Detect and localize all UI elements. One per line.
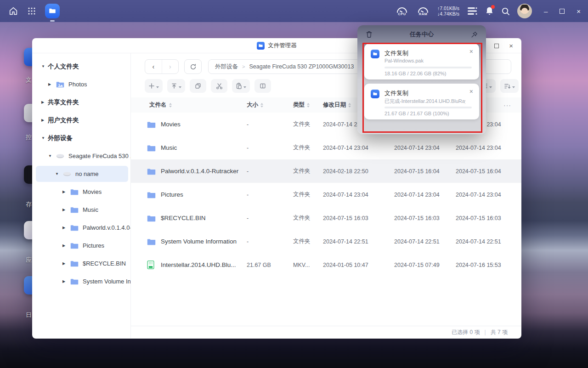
close-task-icon[interactable]: × [469,88,473,95]
caret-right-icon[interactable]: ▶ [62,208,67,212]
file-list: Movies - 文件夹 2024-07-14 23:04 2024-07-14… [131,113,521,277]
window-maximize-button[interactable] [494,44,499,48]
sidebar-item-movies[interactable]: ▶ Movies [32,183,130,201]
task-title: 文件复制 [384,89,408,97]
sort-button[interactable] [500,79,519,93]
new-item-button[interactable] [145,79,163,93]
photos-folder-icon [56,81,64,88]
task-card-copy-2[interactable]: 文件复制 × 已完成-Interstellar.2014.UHD.BluRay.… [364,84,479,119]
column-settings-button[interactable]: ··· [503,97,511,113]
home-icon[interactable] [8,6,18,16]
file-row-pictures[interactable]: Pictures - 文件夹 2024-07-14 23:04 2024-07-… [131,183,521,206]
folder-icon [147,136,156,159]
caret-right-icon[interactable]: ▶ [41,118,46,122]
sidebar-item-no-name[interactable]: ▼ no name [32,165,130,183]
notification-bell-icon[interactable] [485,6,494,16]
status-bar: 已选择 0 项 | 共 7 项 [131,326,521,338]
total-count: 共 7 项 [491,328,508,336]
caret-down-icon[interactable]: ▼ [55,172,60,176]
dropdown-caret-icon [512,86,515,88]
file-row-palworld[interactable]: Palworld.v.0.1.4.0-Rutracker - 文件夹 2024-… [131,159,521,183]
desktop-minimize-button[interactable]: – [544,7,548,15]
notification-badge [491,5,495,9]
caret-right-icon[interactable]: ▶ [48,82,53,86]
column-header-name[interactable]: 文件名 [149,97,172,113]
folder-icon [70,206,79,213]
task-center-popup: 任务中心 文件复制 × Pal-Windows.pak 18.16 GB / 2… [357,25,486,134]
file-row-interstellar[interactable]: Interstellar.2014.UHD.Blu... 21.67 GB MK… [131,253,521,277]
task-card-copy-1[interactable]: 文件复制 × Pal-Windows.pak 18.16 GB / 22.06 … [364,44,479,79]
duplicate-button[interactable] [254,79,271,93]
refresh-button[interactable] [184,59,202,74]
sidebar-item-photos[interactable]: ▶ Photos [32,75,130,93]
file-row-system-volume[interactable]: System Volume Information - 文件夹 2024-07-… [131,230,521,253]
sidebar: ▼ 个人文件夹 ▶ Photos ▶ 共享文件夹 ▶ 用户文件夹 ▼ 外部设备 [32,53,131,338]
task-center-title: 任务中心 [373,30,471,39]
sidebar-item-music[interactable]: ▶ Music [32,201,130,219]
close-task-icon[interactable]: × [469,48,473,55]
selected-count: 已选择 0 项 [452,328,480,336]
sort-icon[interactable] [307,103,310,108]
file-row-recycle-bin[interactable]: $RECYCLE.BIN - 文件夹 2024-07-15 16:03 2024… [131,206,521,230]
user-avatar[interactable] [517,4,532,18]
breadcrumb-item[interactable]: Seagate FireCuda 530 ZP1000GM30013 [249,63,354,70]
cut-button[interactable] [211,79,227,93]
caret-right-icon[interactable]: ▶ [62,243,67,248]
caret-down-icon[interactable]: ▼ [41,64,46,68]
search-icon[interactable] [501,7,510,16]
sidebar-item-external-devices[interactable]: ▼ 外部设备 [32,129,130,147]
network-speed[interactable]: ↑7.01KB/s↓4.74KB/s [437,6,459,17]
sidebar-item-seagate-disk[interactable]: ▼ Seagate FireCuda 530 ZP [32,147,130,165]
sort-icon[interactable] [260,103,263,108]
caret-right-icon[interactable]: ▶ [62,261,67,266]
back-button[interactable]: ‹ [145,60,162,74]
cpu-monitor[interactable]: CPU [395,6,409,16]
sidebar-item-recycle-bin[interactable]: ▶ $RECYCLE.BIN [32,255,130,272]
window-close-button[interactable]: × [509,42,513,49]
file-copy-icon [371,90,379,98]
caret-down-icon[interactable]: ▼ [41,136,46,140]
sidebar-item-palworld[interactable]: ▶ Palworld.v.0.1.4.0-R [32,219,130,237]
sort-icon[interactable] [169,103,172,108]
download-speed: ↓4.74KB/s [437,11,459,17]
progress-bar [384,67,472,68]
column-header-size[interactable]: 大小 [247,97,263,113]
sidebar-item-user-folder[interactable]: ▶ 用户文件夹 [32,111,130,129]
paste-button[interactable] [232,79,250,93]
folder-icon [147,183,156,206]
caret-right-icon[interactable]: ▶ [41,100,46,104]
breadcrumb-separator: > [242,64,245,69]
caret-right-icon[interactable]: ▶ [62,190,67,194]
progress-bar [384,107,472,108]
folder-icon [70,224,79,231]
sidebar-item-system-volume[interactable]: ▶ System Volume Infor [32,272,130,290]
folder-icon [147,206,156,230]
forward-button[interactable]: › [162,60,179,74]
sidebar-item-shared-folder[interactable]: ▶ 共享文件夹 [32,93,130,111]
desktop-maximize-button[interactable] [560,7,565,15]
sidebar-item-pictures[interactable]: ▶ Pictures [32,237,130,255]
app-grid-icon[interactable] [28,7,36,15]
window-title: 文件管理器 [268,42,297,50]
sidebar-item-personal-folder[interactable]: ▼ 个人文件夹 [32,57,130,75]
column-header-modified[interactable]: 修改日期 [323,97,351,113]
clear-tasks-icon[interactable] [366,31,373,38]
breadcrumb-item[interactable]: 外部设备 [215,63,238,71]
task-center-icon[interactable] [467,6,478,16]
file-manager-icon [257,42,265,50]
ram-monitor[interactable]: RAM [416,6,430,16]
pin-icon[interactable] [471,31,478,38]
caret-down-icon[interactable]: ▼ [48,154,53,158]
caret-right-icon[interactable]: ▶ [62,226,67,230]
desktop-close-button[interactable]: × [577,7,581,15]
column-header-type[interactable]: 类型 [293,97,310,113]
folder-icon [70,188,79,195]
sort-icon[interactable] [348,103,351,108]
file-row-music[interactable]: Music - 文件夹 2024-07-14 23:04 2024-07-14 … [131,136,521,159]
file-copy-icon [371,50,379,58]
copy-button[interactable] [190,79,206,93]
caret-right-icon[interactable]: ▶ [62,279,67,283]
upload-button[interactable] [167,79,185,93]
dropdown-caret-icon [243,86,246,88]
file-manager-taskbar-icon[interactable] [45,4,60,18]
